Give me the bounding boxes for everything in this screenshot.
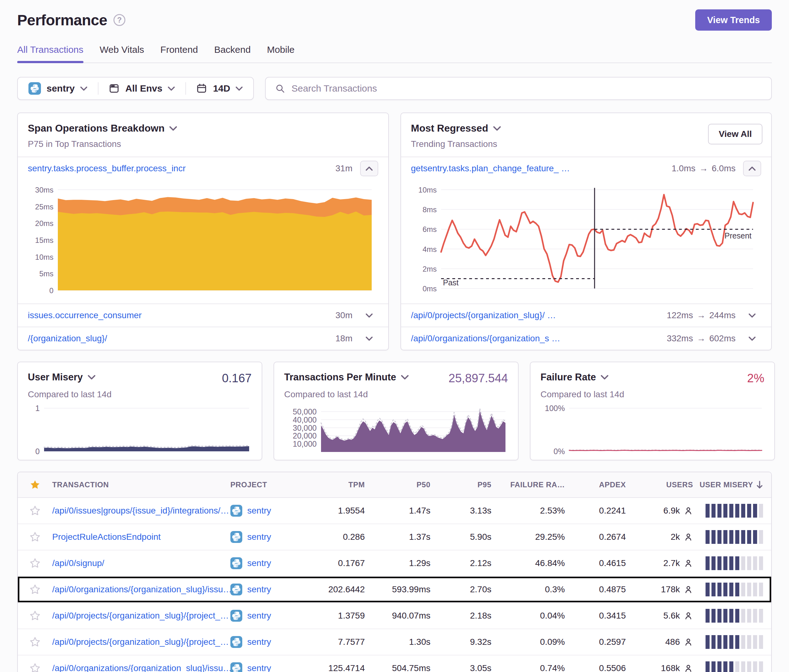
star-outline-icon	[29, 505, 41, 516]
tab-web-vitals[interactable]: Web Vitals	[100, 45, 144, 62]
favorite-star-button[interactable]	[18, 558, 52, 569]
tpm-dropdown[interactable]: Transactions Per Minute	[284, 372, 409, 383]
user-misery-dropdown[interactable]: User Misery	[28, 372, 95, 383]
user-icon	[684, 506, 693, 516]
failure-rate-dropdown[interactable]: Failure Rate	[540, 372, 609, 383]
project-link[interactable]: sentry	[247, 532, 271, 542]
p50-cell: 940.07ms	[365, 611, 430, 621]
user-icon	[684, 664, 693, 672]
transaction-link[interactable]: /api/0/issues|groups/{issue_id}/integrat…	[52, 506, 229, 516]
table-row[interactable]: /api/0/organizations/{organization_slug}…	[18, 655, 771, 672]
window-icon	[109, 83, 120, 94]
p95-cell: 3.13s	[430, 506, 491, 516]
column-header-project[interactable]: PROJECT	[230, 480, 308, 489]
transaction-link[interactable]: /api/0/organizations/{organization_slug}…	[52, 663, 232, 672]
regressed-transaction-link[interactable]: /api/0/organizations/{organization_s …	[411, 334, 561, 343]
table-row[interactable]: /api/0/signup/ sentry 0.1767 1.29s 2.12s…	[18, 551, 771, 577]
favorite-star-button[interactable]	[18, 532, 52, 543]
expand-button[interactable]	[743, 337, 761, 341]
svg-text:Past: Past	[442, 278, 458, 287]
environment-selector[interactable]: All Envs	[98, 78, 185, 99]
failure-rate-cell: 29.25%	[491, 532, 565, 542]
regressed-transaction-link[interactable]: getsentry.tasks.plan_change_feature_ …	[411, 163, 570, 174]
svg-text:Present: Present	[724, 231, 751, 240]
transaction-link[interactable]: ProjectRuleActionsEndpoint	[52, 532, 161, 542]
transaction-link[interactable]: /api/0/projects/{organization_slug}/{pro…	[52, 611, 229, 621]
svg-text:10ms: 10ms	[35, 253, 53, 261]
starred-column-header[interactable]	[18, 479, 52, 490]
p50-cell: 1.37s	[365, 532, 430, 542]
star-icon	[29, 479, 41, 490]
svg-text:100%: 100%	[545, 404, 565, 413]
help-icon[interactable]	[113, 14, 125, 26]
user-misery-bars	[706, 530, 763, 544]
tab-frontend[interactable]: Frontend	[160, 45, 198, 62]
star-outline-icon	[29, 532, 41, 543]
project-link[interactable]: sentry	[247, 584, 271, 594]
expand-button[interactable]	[360, 337, 378, 341]
apdex-cell: 0.2241	[565, 506, 626, 516]
tab-all-transactions[interactable]: All Transactions	[17, 45, 83, 62]
table-row[interactable]: /api/0/organizations/{organization_slug}…	[18, 577, 771, 603]
most-regressed-panel: Most Regressed Trending Transactions Vie…	[401, 113, 772, 350]
column-header-p50[interactable]: P50	[365, 480, 430, 489]
span-ops-title-dropdown[interactable]: Span Operations Breakdown	[28, 123, 378, 134]
table-row[interactable]: /api/0/projects/{organization_slug}/{pro…	[18, 629, 771, 655]
table-header-row: TRANSACTION PROJECT TPM P50 P95 FAILURE …	[18, 472, 771, 498]
svg-text:20ms: 20ms	[35, 219, 53, 228]
most-regressed-chart: 0ms2ms4ms6ms8ms10msPastPresent	[401, 180, 771, 303]
search-input[interactable]	[291, 83, 762, 94]
span-op-link[interactable]: sentry.tasks.process_buffer.process_incr	[28, 163, 186, 174]
tab-mobile[interactable]: Mobile	[267, 45, 294, 62]
expand-button[interactable]	[360, 313, 378, 318]
table-row[interactable]: /api/0/projects/{organization_slug}/{pro…	[18, 603, 771, 629]
collapse-button[interactable]	[743, 161, 761, 176]
view-trends-button[interactable]: View Trends	[695, 10, 772, 30]
view-all-button[interactable]: View All	[708, 124, 762, 144]
project-link[interactable]: sentry	[247, 506, 271, 516]
environment-selector-label: All Envs	[125, 83, 162, 94]
project-link[interactable]: sentry	[247, 637, 271, 647]
tpm-cell: 202.6442	[308, 584, 365, 594]
table-row[interactable]: /api/0/issues|groups/{issue_id}/integrat…	[18, 498, 771, 524]
column-header-tpm[interactable]: TPM	[308, 480, 365, 489]
star-outline-icon	[29, 662, 41, 672]
p95-cell: 2.18s	[430, 611, 491, 621]
column-header-p95[interactable]: P95	[430, 480, 491, 489]
column-header-user-misery[interactable]: USER MISERY	[693, 480, 771, 489]
project-selector[interactable]: sentry	[18, 78, 98, 99]
project-link[interactable]: sentry	[247, 663, 271, 672]
transaction-link[interactable]: /api/0/signup/	[52, 558, 104, 568]
column-header-apdex[interactable]: APDEX	[565, 480, 626, 489]
column-header-transaction[interactable]: TRANSACTION	[52, 480, 230, 489]
column-header-users[interactable]: USERS	[626, 480, 693, 489]
project-link[interactable]: sentry	[247, 558, 271, 568]
svg-text:30,000: 30,000	[293, 423, 317, 432]
svg-text:20,000: 20,000	[293, 431, 317, 440]
span-op-link[interactable]: issues.occurrence_consumer	[28, 310, 142, 320]
column-header-failure-rate[interactable]: FAILURE RA…	[491, 480, 565, 489]
regressed-transaction-link[interactable]: /api/0/projects/{organization_slug}/ …	[411, 310, 556, 320]
arrow-right-icon	[697, 334, 706, 343]
date-range-selector[interactable]: 14D	[185, 78, 253, 99]
table-row[interactable]: ProjectRuleActionsEndpoint sentry 0.286 …	[18, 524, 771, 551]
python-project-icon	[230, 531, 242, 543]
favorite-star-button[interactable]	[18, 636, 52, 648]
favorite-star-button[interactable]	[18, 610, 52, 621]
span-op-duration: 31m	[335, 163, 352, 174]
tab-backend[interactable]: Backend	[214, 45, 251, 62]
page-title: Performance	[17, 11, 107, 29]
tpm-cell: 0.1767	[308, 558, 365, 568]
project-link[interactable]: sentry	[247, 611, 271, 621]
favorite-star-button[interactable]	[18, 584, 52, 595]
favorite-star-button[interactable]	[18, 505, 52, 516]
collapse-button[interactable]	[360, 161, 378, 176]
tab-bar: All Transactions Web Vitals Frontend Bac…	[17, 45, 772, 63]
transaction-link[interactable]: /api/0/organizations/{organization_slug}…	[52, 584, 232, 594]
span-op-link[interactable]: /{organization_slug}/	[28, 334, 107, 343]
favorite-star-button[interactable]	[18, 662, 52, 672]
expand-button[interactable]	[743, 313, 761, 318]
user-icon	[684, 532, 693, 542]
transaction-link[interactable]: /api/0/projects/{organization_slug}/{pro…	[52, 637, 229, 647]
star-outline-icon	[29, 558, 41, 569]
